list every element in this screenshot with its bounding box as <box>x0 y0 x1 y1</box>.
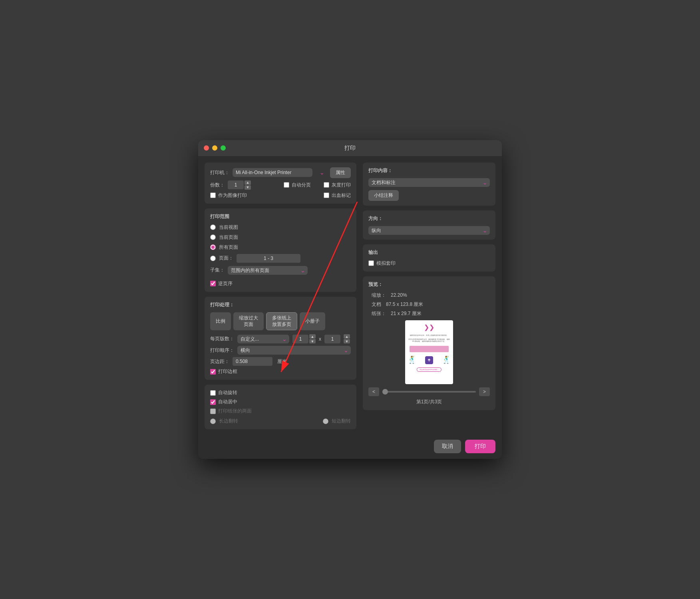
preview-chevrons-icon: ❯❯ <box>424 323 434 331</box>
output-section: 输出 模拟套印 <box>363 244 495 272</box>
auto-center-wrapper: 自动居中 <box>210 399 351 405</box>
preview-info: 缩放： 22.20% 文档 87.5 x 123.8 厘米 纸张： 21 x 2… <box>368 292 490 317</box>
simulate-overprint-checkbox[interactable] <box>368 260 374 266</box>
copies-label: 份数： <box>210 182 225 188</box>
orientation-title: 方向： <box>368 215 490 222</box>
pages-y-down[interactable]: ▼ <box>344 339 350 343</box>
orientation-select[interactable]: 纵向 <box>368 226 490 235</box>
copies-row: 份数： ▲ ▼ 自动分页 <box>210 180 351 190</box>
simulate-overprint-wrapper: 模拟套印 <box>368 260 490 267</box>
copies-stepper: ▲ ▼ <box>245 180 251 190</box>
bleed-marks-checkbox[interactable] <box>324 192 329 198</box>
pages-per-sheet-select[interactable]: 自定义... <box>237 335 289 343</box>
auto-center-label: 自动居中 <box>218 399 237 405</box>
doc-row: 文档 87.5 x 123.8 厘米 <box>372 301 490 308</box>
doc-label: 文档 <box>372 301 381 308</box>
preview-figure-right: 🕺 <box>442 355 451 364</box>
auto-rotate-wrapper: 自动旋转 <box>210 389 351 396</box>
both-sides-checkbox[interactable] <box>210 409 216 414</box>
pages-y-up[interactable]: ▲ <box>344 334 350 339</box>
range-all-pages-radio[interactable] <box>210 244 216 250</box>
multi-page-button[interactable]: 多张纸上 放置多页 <box>266 312 297 330</box>
print-range-section: 打印范围 当前视图 当前页面 所有页面 <box>205 208 356 292</box>
print-border-wrapper: 打印边框 <box>210 368 351 375</box>
properties-button[interactable]: 属性 <box>330 167 351 178</box>
printer-select-wrapper: Mi All-in-One Inkjet Printer ⌄ <box>233 168 327 177</box>
print-content-title: 打印内容： <box>368 167 490 174</box>
print-content-select[interactable]: 文档和标注 <box>368 178 490 187</box>
reverse-order-checkbox[interactable] <box>210 281 216 286</box>
printer-row: 打印机： Mi All-in-One Inkjet Printer ⌄ 属性 <box>210 167 351 178</box>
bleed-marks-label: 出血标记 <box>332 192 351 199</box>
handling-btn-group: 比例 缩放过大 页面 多张纸上 放置多页 小册子 <box>210 312 351 330</box>
print-content-section: 打印内容： 文档和标注 ⌄ 小结注释 <box>363 163 495 206</box>
preview-slider[interactable] <box>382 391 476 393</box>
preview-next-button[interactable]: > <box>479 387 490 396</box>
printer-select[interactable]: Mi All-in-One Inkjet Printer <box>233 168 312 177</box>
minimize-button[interactable] <box>212 145 217 151</box>
long-edge-flip-radio[interactable] <box>210 419 216 424</box>
orientation-select-wrapper: 纵向 ⌄ <box>368 226 490 235</box>
print-handling-section: 打印处理： 比例 缩放过大 页面 多张纸上 放置多页 小册子 每页版数： 自定义… <box>205 297 356 380</box>
right-panel: 打印内容： 文档和标注 ⌄ 小结注释 方向： 纵向 ⌄ <box>363 163 495 429</box>
copies-down-button[interactable]: ▼ <box>245 185 251 190</box>
preview-title: 预览： <box>368 281 490 288</box>
print-border-checkbox[interactable] <box>210 369 216 375</box>
subset-select[interactable]: 范围内的所有页面 <box>228 266 308 275</box>
pages-x-down[interactable]: ▼ <box>309 339 316 343</box>
grayscale-checkbox[interactable] <box>324 182 329 188</box>
range-current-view-radio[interactable] <box>210 224 216 230</box>
maximize-button[interactable] <box>221 145 226 151</box>
pages-x-wrapper: ▲ ▼ <box>292 334 316 343</box>
print-as-image-checkbox[interactable] <box>210 192 216 198</box>
image-row: 作为图像打印 出血标记 <box>210 192 351 199</box>
print-dialog: 打印 打印机： Mi All-in-One Inkjet Printer ⌄ 属… <box>198 140 502 459</box>
footer: 取消 打印 <box>198 436 502 459</box>
auto-rotate-label: 自动旋转 <box>218 389 237 396</box>
preview-prev-button[interactable]: < <box>368 387 379 396</box>
print-border-label: 打印边框 <box>218 368 237 375</box>
copies-up-button[interactable]: ▲ <box>245 180 251 185</box>
pages-y-input[interactable] <box>324 335 340 343</box>
zoom-value: 22.20% <box>391 292 407 298</box>
auto-rotate-checkbox[interactable] <box>210 390 216 396</box>
zoom-label: 缩放： <box>372 292 386 299</box>
pages-per-sheet-select-wrapper: 自定义... ⌄ <box>237 335 289 343</box>
copies-input[interactable] <box>228 180 244 189</box>
printer-section: 打印机： Mi All-in-One Inkjet Printer ⌄ 属性 份… <box>205 163 356 204</box>
auto-collate-checkbox[interactable] <box>284 182 289 188</box>
orientation-section: 方向： 纵向 ⌄ <box>363 210 495 240</box>
reverse-order-label: 逆页序 <box>218 280 233 287</box>
range-all-pages-row: 所有页面 <box>210 244 351 251</box>
preview-pink-bar <box>410 346 448 352</box>
paper-label: 纸张： <box>372 310 386 317</box>
close-button[interactable] <box>204 145 209 151</box>
print-content-select-wrapper: 文档和标注 ⌄ <box>368 178 490 187</box>
reverse-order-wrapper: 逆页序 <box>210 280 351 287</box>
printer-select-chevron-icon: ⌄ <box>320 169 324 176</box>
subset-select-wrapper: 范围内的所有页面 ⌄ <box>228 266 308 275</box>
auto-center-checkbox[interactable] <box>210 399 216 405</box>
cancel-button[interactable]: 取消 <box>434 440 461 453</box>
ratio-button[interactable]: 比例 <box>210 312 231 330</box>
short-edge-flip-radio[interactable] <box>323 419 328 424</box>
pages-x-up[interactable]: ▲ <box>309 334 316 339</box>
print-button[interactable]: 打印 <box>465 440 495 453</box>
left-panel: 打印机： Mi All-in-One Inkjet Printer ⌄ 属性 份… <box>205 163 356 429</box>
margin-input[interactable] <box>233 357 272 366</box>
range-pages-radio[interactable] <box>210 256 216 261</box>
range-current-view-label: 当前视图 <box>219 224 238 231</box>
grayscale-label: 灰度打印 <box>332 182 351 188</box>
print-order-select[interactable]: 横向 <box>237 346 351 355</box>
main-content: 打印机： Mi All-in-One Inkjet Printer ⌄ 属性 份… <box>198 156 502 436</box>
paper-row: 纸张： 21 x 29.7 厘米 <box>372 310 490 317</box>
preview-figures: 🕺 🕺 <box>408 355 451 364</box>
pages-per-sheet-label: 每页版数： <box>210 335 234 342</box>
summarize-button[interactable]: 小结注释 <box>368 190 399 201</box>
pages-x-input[interactable] <box>292 335 308 343</box>
preview-text-2: 买可以享受395的插件会员，兼容磁铁器 IPC/移动端 、磁铁IPC/移动端 、… <box>408 338 450 343</box>
fit-button[interactable]: 缩放过大 页面 <box>233 312 264 330</box>
page-range-input[interactable] <box>237 254 300 263</box>
range-current-page-radio[interactable] <box>210 234 216 240</box>
booklet-button[interactable]: 小册子 <box>300 312 325 330</box>
